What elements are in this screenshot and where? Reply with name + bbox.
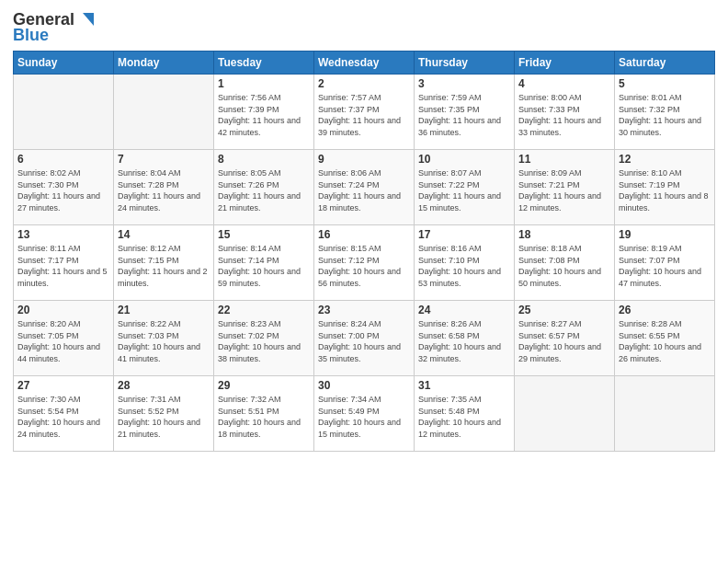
- calendar-cell: 29Sunrise: 7:32 AM Sunset: 5:51 PM Dayli…: [214, 376, 314, 452]
- weekday-header-sunday: Sunday: [14, 52, 114, 75]
- day-number: 26: [619, 304, 711, 316]
- day-info: Sunrise: 8:09 AM Sunset: 7:21 PM Dayligh…: [518, 167, 610, 213]
- calendar-cell: 14Sunrise: 8:12 AM Sunset: 7:15 PM Dayli…: [114, 225, 214, 301]
- day-info: Sunrise: 7:57 AM Sunset: 7:37 PM Dayligh…: [318, 92, 410, 138]
- day-number: 24: [418, 304, 510, 316]
- calendar-cell: 16Sunrise: 8:15 AM Sunset: 7:12 PM Dayli…: [314, 225, 415, 301]
- calendar-cell: 31Sunrise: 7:35 AM Sunset: 5:48 PM Dayli…: [415, 376, 515, 452]
- calendar-cell: 19Sunrise: 8:19 AM Sunset: 7:07 PM Dayli…: [615, 225, 715, 301]
- day-number: 6: [17, 153, 109, 166]
- day-number: 28: [118, 379, 210, 392]
- day-number: 23: [318, 304, 410, 316]
- day-info: Sunrise: 8:28 AM Sunset: 6:55 PM Dayligh…: [619, 318, 711, 364]
- day-number: 9: [318, 153, 410, 166]
- day-number: 20: [17, 304, 109, 316]
- day-info: Sunrise: 7:35 AM Sunset: 5:48 PM Dayligh…: [418, 394, 510, 440]
- calendar-cell: 26Sunrise: 8:28 AM Sunset: 6:55 PM Dayli…: [615, 301, 715, 376]
- calendar-week-4: 20Sunrise: 8:20 AM Sunset: 7:05 PM Dayli…: [14, 301, 715, 376]
- day-info: Sunrise: 8:01 AM Sunset: 7:32 PM Dayligh…: [619, 92, 711, 138]
- day-number: 25: [518, 304, 610, 316]
- calendar-cell: 28Sunrise: 7:31 AM Sunset: 5:52 PM Dayli…: [114, 376, 214, 452]
- day-info: Sunrise: 7:56 AM Sunset: 7:39 PM Dayligh…: [218, 92, 310, 138]
- day-number: 31: [418, 379, 510, 392]
- day-info: Sunrise: 8:07 AM Sunset: 7:22 PM Dayligh…: [418, 167, 510, 213]
- calendar-cell: 22Sunrise: 8:23 AM Sunset: 7:02 PM Dayli…: [214, 301, 314, 376]
- page: General Blue SundayMondayTuesdayWednesda…: [0, 0, 728, 563]
- calendar-cell: 4Sunrise: 8:00 AM Sunset: 7:33 PM Daylig…: [515, 75, 615, 150]
- day-info: Sunrise: 8:20 AM Sunset: 7:05 PM Dayligh…: [17, 318, 109, 364]
- calendar-cell: [515, 376, 615, 452]
- day-number: 27: [17, 379, 109, 392]
- day-number: 19: [619, 228, 711, 241]
- day-number: 2: [318, 77, 410, 90]
- day-info: Sunrise: 8:05 AM Sunset: 7:26 PM Dayligh…: [218, 167, 310, 213]
- calendar-cell: 12Sunrise: 8:10 AM Sunset: 7:19 PM Dayli…: [615, 150, 715, 225]
- calendar-cell: 3Sunrise: 7:59 AM Sunset: 7:35 PM Daylig…: [415, 75, 515, 150]
- day-number: 11: [518, 153, 610, 166]
- logo: General Blue: [13, 9, 96, 45]
- day-number: 8: [218, 153, 310, 166]
- calendar-cell: 20Sunrise: 8:20 AM Sunset: 7:05 PM Dayli…: [14, 301, 114, 376]
- calendar-cell: 25Sunrise: 8:27 AM Sunset: 6:57 PM Dayli…: [515, 301, 615, 376]
- day-info: Sunrise: 8:24 AM Sunset: 7:00 PM Dayligh…: [318, 318, 410, 364]
- calendar-cell: 2Sunrise: 7:57 AM Sunset: 7:37 PM Daylig…: [314, 75, 415, 150]
- calendar: SundayMondayTuesdayWednesdayThursdayFrid…: [13, 51, 715, 452]
- calendar-week-3: 13Sunrise: 8:11 AM Sunset: 7:17 PM Dayli…: [14, 225, 715, 301]
- day-info: Sunrise: 7:34 AM Sunset: 5:49 PM Dayligh…: [318, 394, 410, 440]
- day-number: 15: [218, 228, 310, 241]
- day-number: 5: [619, 77, 711, 90]
- calendar-cell: 10Sunrise: 8:07 AM Sunset: 7:22 PM Dayli…: [415, 150, 515, 225]
- calendar-cell: 24Sunrise: 8:26 AM Sunset: 6:58 PM Dayli…: [415, 301, 515, 376]
- header: General Blue: [13, 9, 715, 45]
- day-info: Sunrise: 8:22 AM Sunset: 7:03 PM Dayligh…: [118, 318, 210, 364]
- day-info: Sunrise: 7:32 AM Sunset: 5:51 PM Dayligh…: [218, 394, 310, 440]
- day-number: 17: [418, 228, 510, 241]
- calendar-cell: [615, 376, 715, 452]
- svg-marker-0: [83, 13, 94, 26]
- day-info: Sunrise: 8:23 AM Sunset: 7:02 PM Dayligh…: [218, 318, 310, 364]
- day-info: Sunrise: 8:04 AM Sunset: 7:28 PM Dayligh…: [118, 167, 210, 213]
- day-info: Sunrise: 8:27 AM Sunset: 6:57 PM Dayligh…: [518, 318, 610, 364]
- day-number: 14: [118, 228, 210, 241]
- calendar-week-1: 1Sunrise: 7:56 AM Sunset: 7:39 PM Daylig…: [14, 75, 715, 150]
- day-number: 21: [118, 304, 210, 316]
- day-info: Sunrise: 8:26 AM Sunset: 6:58 PM Dayligh…: [418, 318, 510, 364]
- weekday-header-saturday: Saturday: [615, 52, 715, 75]
- calendar-week-2: 6Sunrise: 8:02 AM Sunset: 7:30 PM Daylig…: [14, 150, 715, 225]
- day-number: 1: [218, 77, 310, 90]
- calendar-cell: 5Sunrise: 8:01 AM Sunset: 7:32 PM Daylig…: [615, 75, 715, 150]
- calendar-cell: 8Sunrise: 8:05 AM Sunset: 7:26 PM Daylig…: [214, 150, 314, 225]
- day-number: 16: [318, 228, 410, 241]
- weekday-header-row: SundayMondayTuesdayWednesdayThursdayFrid…: [14, 52, 715, 75]
- calendar-cell: 18Sunrise: 8:18 AM Sunset: 7:08 PM Dayli…: [515, 225, 615, 301]
- day-number: 30: [318, 379, 410, 392]
- day-number: 22: [218, 304, 310, 316]
- day-info: Sunrise: 8:06 AM Sunset: 7:24 PM Dayligh…: [318, 167, 410, 213]
- day-info: Sunrise: 8:11 AM Sunset: 7:17 PM Dayligh…: [17, 243, 109, 289]
- weekday-header-friday: Friday: [515, 52, 615, 75]
- day-number: 3: [418, 77, 510, 90]
- day-info: Sunrise: 8:14 AM Sunset: 7:14 PM Dayligh…: [218, 243, 310, 289]
- day-info: Sunrise: 8:10 AM Sunset: 7:19 PM Dayligh…: [619, 167, 711, 213]
- logo-blue-text: Blue: [13, 26, 49, 45]
- calendar-cell: 6Sunrise: 8:02 AM Sunset: 7:30 PM Daylig…: [14, 150, 114, 225]
- calendar-cell: 30Sunrise: 7:34 AM Sunset: 5:49 PM Dayli…: [314, 376, 415, 452]
- calendar-cell: 9Sunrise: 8:06 AM Sunset: 7:24 PM Daylig…: [314, 150, 415, 225]
- day-number: 4: [518, 77, 610, 90]
- day-info: Sunrise: 8:00 AM Sunset: 7:33 PM Dayligh…: [518, 92, 610, 138]
- calendar-cell: 27Sunrise: 7:30 AM Sunset: 5:54 PM Dayli…: [14, 376, 114, 452]
- calendar-cell: 15Sunrise: 8:14 AM Sunset: 7:14 PM Dayli…: [214, 225, 314, 301]
- calendar-cell: [14, 75, 114, 150]
- day-number: 13: [17, 228, 109, 241]
- calendar-cell: 7Sunrise: 8:04 AM Sunset: 7:28 PM Daylig…: [114, 150, 214, 225]
- calendar-cell: [114, 75, 214, 150]
- day-info: Sunrise: 8:02 AM Sunset: 7:30 PM Dayligh…: [17, 167, 109, 213]
- weekday-header-wednesday: Wednesday: [314, 52, 415, 75]
- day-number: 18: [518, 228, 610, 241]
- day-info: Sunrise: 8:18 AM Sunset: 7:08 PM Dayligh…: [518, 243, 610, 289]
- calendar-cell: 17Sunrise: 8:16 AM Sunset: 7:10 PM Dayli…: [415, 225, 515, 301]
- day-info: Sunrise: 8:12 AM Sunset: 7:15 PM Dayligh…: [118, 243, 210, 289]
- day-info: Sunrise: 8:15 AM Sunset: 7:12 PM Dayligh…: [318, 243, 410, 289]
- weekday-header-thursday: Thursday: [415, 52, 515, 75]
- day-info: Sunrise: 7:59 AM Sunset: 7:35 PM Dayligh…: [418, 92, 510, 138]
